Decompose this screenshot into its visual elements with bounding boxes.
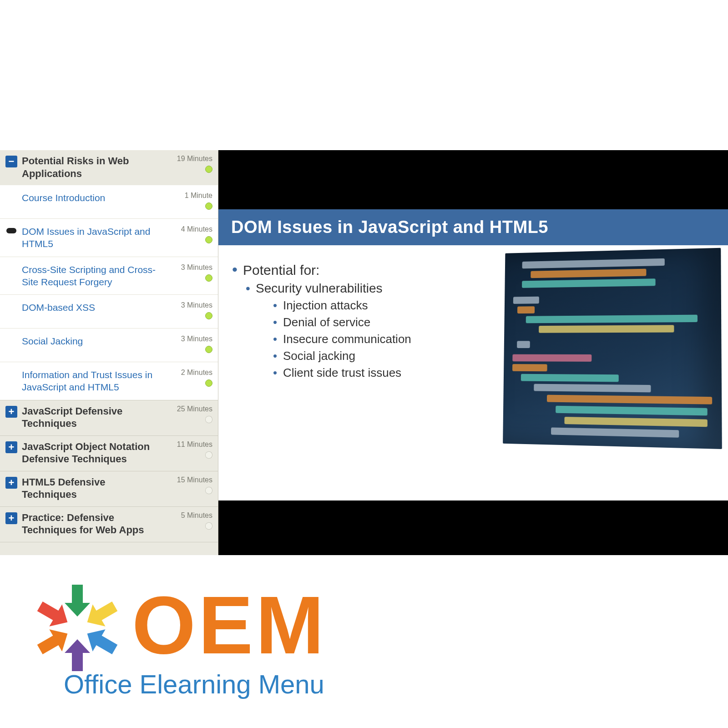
- status-pending-icon: [205, 522, 212, 530]
- lesson-title: Social Jacking: [22, 335, 158, 347]
- section-title: HTML5 Defensive Techniques: [22, 476, 158, 501]
- section-duration: 11 Minutes: [162, 440, 212, 449]
- sidebar-section-risks: − Potential Risks in Web Applications 19…: [0, 150, 218, 400]
- section-title: Practice: Defensive Techniques for Web A…: [22, 511, 158, 536]
- lesson-item[interactable]: DOM-based XSS 3 Minutes: [0, 295, 218, 329]
- lesson-duration: 3 Minutes: [162, 335, 212, 343]
- sidebar-section-js-defensive: + JavaScript Defensive Techniques 25 Min…: [0, 400, 218, 436]
- sidebar-section-header[interactable]: + JavaScript Defensive Techniques 25 Min…: [0, 400, 218, 435]
- status-complete-icon: [205, 274, 212, 282]
- slide: DOM Issues in JavaScript and HTML5 Poten…: [218, 209, 728, 500]
- expand-icon[interactable]: +: [5, 512, 17, 524]
- section-title: Potential Risks in Web Applications: [22, 155, 158, 180]
- lesson-duration: 1 Minute: [162, 192, 212, 200]
- expand-icon[interactable]: +: [5, 406, 17, 418]
- lesson-item[interactable]: Course Introduction 1 Minute: [0, 185, 218, 219]
- status-complete-icon: [205, 379, 212, 387]
- lesson-duration: 3 Minutes: [162, 263, 212, 272]
- code-image-decor: [503, 248, 722, 449]
- stage: − Potential Risks in Web Applications 19…: [0, 0, 728, 728]
- section-duration: 19 Minutes: [162, 155, 212, 163]
- status-complete-icon: [205, 346, 212, 353]
- course-player: − Potential Risks in Web Applications 19…: [0, 150, 728, 555]
- sidebar-section-html5-defensive: + HTML5 Defensive Techniques 15 Minutes: [0, 471, 218, 507]
- sidebar-section-header[interactable]: − Potential Risks in Web Applications 19…: [0, 150, 218, 185]
- sidebar-section-practice: + Practice: Defensive Techniques for Web…: [0, 507, 218, 542]
- lesson-title: DOM-based XSS: [22, 301, 158, 313]
- lesson-item-current[interactable]: DOM Issues in JavaScript and HTML5 4 Min…: [0, 219, 218, 257]
- slide-viewer[interactable]: DOM Issues in JavaScript and HTML5 Poten…: [218, 150, 728, 555]
- status-complete-icon: [205, 236, 212, 243]
- lesson-list: Course Introduction 1 Minute DOM Issues …: [0, 185, 218, 400]
- sidebar-section-json-defensive: + JavaScript Object Notation Defensive T…: [0, 436, 218, 471]
- sidebar-section-header[interactable]: + HTML5 Defensive Techniques 15 Minutes: [0, 471, 218, 506]
- lesson-item[interactable]: Information and Trust Issues in JavaScri…: [0, 362, 218, 400]
- slide-body: Potential for: Security vulnerabilities …: [218, 245, 728, 500]
- current-lesson-marker: [5, 226, 17, 235]
- lesson-item[interactable]: Cross-Site Scripting and Cross-Site Requ…: [0, 257, 218, 295]
- lesson-title: DOM Issues in JavaScript and HTML5: [22, 225, 158, 250]
- section-duration: 15 Minutes: [162, 476, 212, 484]
- lesson-duration: 2 Minutes: [162, 369, 212, 377]
- status-complete-icon: [205, 202, 212, 210]
- sidebar-section-header[interactable]: + Practice: Defensive Techniques for Web…: [0, 507, 218, 542]
- lesson-marker: [5, 192, 17, 202]
- logo-main-text: OEM: [132, 578, 327, 672]
- status-pending-icon: [205, 416, 212, 423]
- expand-icon[interactable]: +: [5, 477, 17, 489]
- lesson-duration: 4 Minutes: [162, 225, 212, 233]
- logo-sub-text: Office Elearning Menu: [64, 669, 324, 699]
- section-meta: 19 Minutes: [162, 155, 212, 175]
- expand-icon[interactable]: +: [5, 441, 17, 453]
- course-sidebar[interactable]: − Potential Risks in Web Applications 19…: [0, 150, 218, 555]
- section-duration: 25 Minutes: [162, 405, 212, 413]
- lesson-title: Information and Trust Issues in JavaScri…: [22, 369, 158, 394]
- lesson-title: Course Introduction: [22, 192, 158, 204]
- oem-logo: OEM Office Elearning Menu: [27, 582, 355, 701]
- lesson-item[interactable]: Social Jacking 3 Minutes: [0, 329, 218, 362]
- status-complete-icon: [205, 312, 212, 319]
- collapse-icon[interactable]: −: [5, 156, 17, 167]
- play-indicator-icon: [6, 228, 16, 233]
- section-duration: 5 Minutes: [162, 511, 212, 520]
- arrows-icon: [27, 582, 127, 673]
- lesson-title: Cross-Site Scripting and Cross-Site Requ…: [22, 263, 158, 288]
- lesson-duration: 3 Minutes: [162, 301, 212, 309]
- section-title: JavaScript Defensive Techniques: [22, 405, 158, 430]
- status-complete-icon: [205, 166, 212, 173]
- sidebar-section-header[interactable]: + JavaScript Object Notation Defensive T…: [0, 436, 218, 471]
- status-pending-icon: [205, 487, 212, 494]
- slide-title: DOM Issues in JavaScript and HTML5: [218, 209, 728, 245]
- status-pending-icon: [205, 451, 212, 459]
- section-title: JavaScript Object Notation Defensive Tec…: [22, 440, 158, 465]
